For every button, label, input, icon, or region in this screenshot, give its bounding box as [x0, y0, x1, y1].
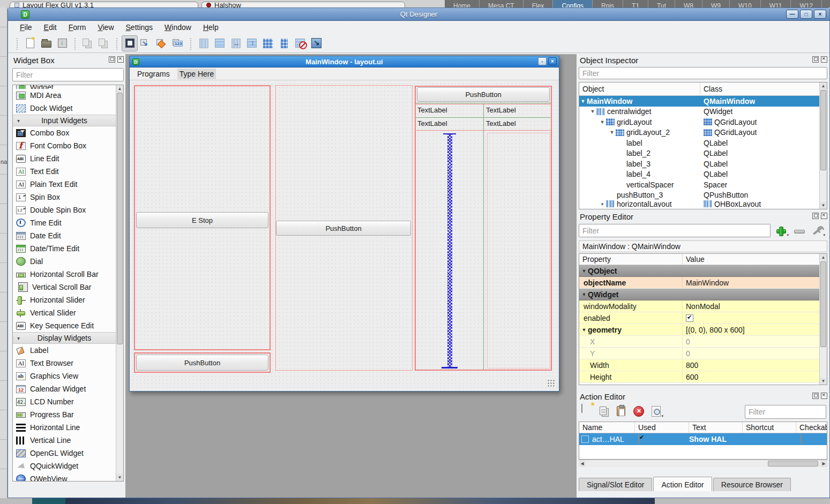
column-object[interactable]: Object [579, 82, 700, 95]
enabled-checkbox[interactable] [686, 314, 693, 322]
tab-resource-browser[interactable]: Resource Browser [713, 478, 791, 491]
widget-item-line-edit[interactable]: Line Edit [13, 152, 116, 165]
layout-horizontally-button[interactable] [196, 35, 212, 51]
new-form-button[interactable] [22, 35, 38, 51]
object-inspector-filter-input[interactable] [579, 67, 827, 79]
property-group-qobject[interactable]: ▼QObject [579, 265, 819, 277]
edit-tab-order-button[interactable] [170, 35, 186, 51]
layout-cell-right-inner[interactable] [487, 133, 550, 368]
top-menu-w8[interactable]: W8 [675, 0, 702, 7]
menu-window[interactable]: Window [159, 21, 197, 33]
close-panel-icon[interactable] [821, 393, 827, 399]
tree-row-gridlayout[interactable]: ▼gridLayout QGridLayout [579, 117, 819, 127]
top-menu-w12[interactable]: W12 [791, 0, 822, 7]
adjust-size-button[interactable] [308, 35, 324, 51]
scroll-up-icon[interactable]: ▲ [116, 85, 123, 92]
goto-slot-button[interactable]: ▾ [649, 404, 663, 418]
action-table-hscrollbar[interactable]: ◀ ▶ [579, 460, 827, 467]
widget-item-spin-box[interactable]: Spin Box [13, 191, 116, 204]
column-value[interactable]: Value [683, 254, 708, 265]
scroll-right-icon[interactable]: ▶ [820, 460, 827, 467]
add-dynamic-property-button[interactable]: ▾ [774, 224, 789, 237]
widget-item-double-spin-box[interactable]: Double Spin Box [13, 204, 116, 216]
action-row-show-hal[interactable]: act…HAL Show HAL [579, 433, 827, 445]
vertical-spacer[interactable] [447, 134, 452, 367]
resize-grip[interactable] [547, 379, 556, 388]
menu-edit[interactable]: Edit [39, 21, 62, 33]
action-filter-input[interactable] [745, 405, 826, 419]
top-menu-w9[interactable]: W9 [702, 0, 730, 7]
tree-row-gridlayout2[interactable]: ▼gridLayout_2 QGridLayout [579, 127, 819, 138]
widget-item-time-edit[interactable]: Time Edit [13, 216, 116, 229]
property-table-scrollbar[interactable]: ▲ ▼ [819, 254, 827, 385]
maximize-button[interactable]: □ [800, 10, 812, 19]
used-checkbox[interactable] [638, 434, 639, 444]
text-label-2[interactable]: TextLabel [486, 106, 516, 114]
top-menu-t1[interactable]: T1 [623, 0, 648, 7]
scroll-up-icon[interactable]: ▲ [820, 82, 827, 89]
widget-item[interactable]: Widget [13, 85, 116, 89]
property-group-qwidget[interactable]: ▼QWidget [579, 289, 819, 300]
edit-buddies-button[interactable] [154, 35, 170, 51]
scroll-left-icon[interactable]: ◀ [579, 460, 586, 467]
float-panel-icon[interactable] [109, 56, 115, 63]
new-action-button[interactable] [579, 404, 593, 418]
widget-item-vertical-slider[interactable]: Vertical Slider [13, 306, 116, 319]
scroll-down-icon[interactable]: ▼ [116, 474, 123, 481]
widget-item-label[interactable]: Label [13, 344, 116, 357]
background-tab-halshow[interactable]: Halshow [201, 2, 405, 7]
widget-item-progress-bar[interactable]: Progress Bar [13, 408, 116, 421]
top-menu-home[interactable]: Home [445, 0, 480, 7]
top-menu-flex[interactable]: Flex [524, 0, 554, 7]
delete-action-button[interactable] [632, 404, 646, 418]
scrollbar-thumb[interactable] [820, 261, 826, 347]
layout-splitter-horizontal-button[interactable]: ↔ [228, 35, 244, 51]
form-canvas[interactable]: E Stop PushButton PushButton PushButton … [130, 80, 559, 391]
layout-vertically-button[interactable] [212, 35, 228, 51]
right-top-pushbutton[interactable]: PushButton [417, 87, 550, 102]
remove-dynamic-property-button[interactable] [792, 224, 807, 237]
paste-action-button[interactable] [614, 404, 628, 418]
close-panel-icon[interactable] [821, 213, 827, 219]
widget-box-filter-input[interactable] [12, 68, 124, 81]
object-tree-scrollbar[interactable]: ▲ ▼ [819, 82, 827, 209]
widget-item-dock-widget[interactable]: Dock Widget [13, 102, 116, 115]
widget-item-graphics-view[interactable]: Graphics View [13, 370, 116, 382]
widget-item-mdi-area[interactable]: MDI Area [13, 89, 116, 102]
tree-row-label2[interactable]: label_2 QLabel [579, 148, 819, 159]
edit-signals-slots-button[interactable] [138, 35, 154, 51]
widget-item-horizontal-scroll-bar[interactable]: Horizontal Scroll Bar [13, 268, 116, 281]
title-bar[interactable]: D Qt Designer — □ × [8, 8, 829, 21]
text-label-1[interactable]: TextLabel [417, 106, 447, 114]
column-name[interactable]: Name [579, 422, 635, 433]
property-row-objectname[interactable]: objectName MainWindow [579, 277, 819, 289]
save-form-button[interactable] [54, 35, 70, 51]
widget-item-plain-text-edit[interactable]: Plain Text Edit [13, 178, 116, 191]
scroll-down-icon[interactable]: ▼ [820, 378, 827, 385]
property-row-geometry[interactable]: ▼geometry [(0, 0), 800 x 600] [579, 324, 819, 336]
open-form-button[interactable] [38, 35, 54, 51]
property-row-height[interactable]: Height 600 [579, 371, 819, 383]
form-menu-programs[interactable]: Programs [135, 69, 172, 79]
tab-signal-slot-editor[interactable]: Signal/Slot Editor [579, 478, 652, 491]
tree-row-centralwidget[interactable]: ▼centralwidget QWidget [579, 107, 819, 117]
column-used[interactable]: Used [635, 422, 689, 433]
widget-item-text-browser[interactable]: Text Browser [13, 357, 116, 370]
action-select-checkbox[interactable] [581, 435, 589, 443]
edit-widgets-button[interactable] [122, 35, 138, 51]
scroll-up-icon[interactable]: ▲ [820, 254, 827, 261]
property-row-x[interactable]: X 0 [579, 336, 819, 348]
layout-grid-button[interactable] [260, 35, 276, 51]
copy-action-button[interactable] [596, 404, 610, 418]
minimize-button[interactable]: — [786, 10, 798, 19]
top-menu-rpis[interactable]: Rpis [593, 0, 623, 7]
widget-list-scrollbar[interactable]: ▲ ▼ [116, 85, 123, 481]
float-panel-icon[interactable] [812, 393, 819, 399]
tree-row-horizontallayout[interactable]: ▾horizontalLayout QHBoxLayout [579, 200, 819, 207]
checkable-checkbox[interactable] [801, 434, 802, 444]
column-class[interactable]: Class [700, 82, 726, 95]
menu-form[interactable]: Form [63, 21, 92, 33]
widget-item-horizontal-line[interactable]: Horizontal Line [13, 421, 116, 434]
form-close-button[interactable]: × [548, 57, 557, 65]
column-property[interactable]: Property [579, 254, 683, 265]
